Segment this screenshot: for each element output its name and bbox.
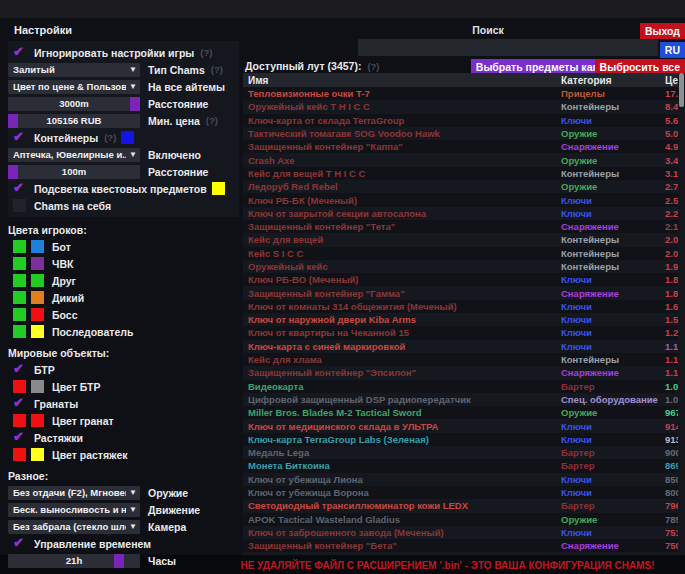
loot-row[interactable]: Защищенный контейнер "Эпсилон"Снаряжение… [243,366,678,379]
loot-row[interactable]: Ключ-карта с синей маркировкойКлючи1.17k… [243,340,678,353]
loot-row[interactable]: Цифровой защищенный DSP радиопередатчикС… [243,393,678,406]
checkbox-checked[interactable] [13,131,26,144]
checkbox-checked[interactable] [13,397,26,410]
checkbox-checked[interactable] [13,182,26,195]
color-swatch[interactable] [13,240,26,253]
item-name: Кейс для хлама [243,354,561,365]
slider-handle[interactable] [8,165,18,179]
color-swatch[interactable] [13,380,26,393]
loot-row[interactable]: Кейс для вещейКонтейнеры2.08kk [243,233,678,246]
color-swatch[interactable] [13,274,26,287]
color-swatch[interactable] [31,257,44,270]
column-header-category[interactable]: Категория [561,75,665,86]
color-swatch[interactable] [31,291,44,304]
loot-row[interactable]: Монета БиткоинаБартер869.6k [243,459,678,472]
slider[interactable]: 100m [8,165,140,179]
loot-row[interactable]: Ключ от наружной двери Kiba ArmsКлючи1.5… [243,313,678,326]
loot-row[interactable]: Ключ от убежища ВоронаКлючи800.0k [243,486,678,499]
slider[interactable]: 3000m [8,97,140,111]
color-swatch[interactable] [31,448,44,461]
loot-row[interactable]: Защищенный контейнер "Каппа"Снаряжение4.… [243,140,678,153]
loot-row[interactable]: Ключ от квартиры на Чеканной 15Ключи1.29… [243,326,678,339]
color-swatch[interactable] [31,414,44,427]
loot-row[interactable]: Ключ от заброшенного завода (Меченый)Клю… [243,526,678,539]
loot-title: Доступный лут (3457):(?) [245,60,380,72]
setting-label: Мин. цена [148,115,200,127]
color-label: Друг [52,275,76,287]
loot-row[interactable]: APOK Tactical Wasteland GladiusОружие785… [243,513,678,526]
loot-row[interactable]: Ключ-карта от склада TerraGroupКлючи5.63… [243,114,678,127]
column-header-name[interactable]: Имя [243,75,561,86]
color-swatch[interactable] [13,325,26,338]
item-price: 913.8k [665,434,678,445]
color-swatch[interactable] [31,325,44,338]
loot-row[interactable]: Защищенный контейнер "Гамма"Снаряжение1.… [243,286,678,299]
checkbox-unchecked[interactable] [13,199,26,212]
loot-row[interactable]: Медаль LegaБартер900.0k [243,446,678,459]
loot-row[interactable]: Crash AxeОружие3.40kk [243,153,678,166]
loot-row[interactable]: Оружейный кейсКонтейнеры1.95kk [243,260,678,273]
language-button[interactable]: RU [660,42,685,58]
color-swatch[interactable] [31,274,44,287]
color-swatch[interactable] [13,291,26,304]
item-price: 914.3k [665,421,678,432]
color-swatch[interactable] [121,131,134,144]
loot-row[interactable]: Оружейный кейс T H I C CКонтейнеры8.40kk [243,100,678,113]
slider[interactable]: 105156 RUB [8,114,140,128]
color-swatch[interactable] [31,380,44,393]
loot-row[interactable]: Защищенный контейнер "Тета"Снаряжение2.1… [243,220,678,233]
loot-row[interactable]: Кейс для вещей T H I C CКонтейнеры3.10kk [243,167,678,180]
loot-row[interactable]: Светодиодный трансиллюминатор кожи LEDXБ… [243,499,678,512]
item-price: 1.10kk [665,367,678,378]
exit-button[interactable]: Выход [640,23,685,39]
item-price: 8.40kk [665,101,678,112]
loot-row[interactable]: ВидеокартаБартер1.06kk [243,380,678,393]
slider-handle[interactable] [114,554,124,568]
loot-row[interactable]: Ключ от убежища ЛионаКлючи850.0k [243,473,678,486]
item-category: Ключи [561,314,665,325]
search-label: Поиск [358,24,618,36]
color-swatch[interactable] [212,182,225,195]
dropdown[interactable]: Аптечка, Ювелирные и...▼ [8,148,140,162]
checkbox-checked[interactable] [13,46,26,59]
loot-row[interactable]: Ключ-карта TerraGroup Labs (Зеленая)Ключ… [243,433,678,446]
loot-row[interactable]: Тактический томагавк SOG Voodoo HawkОруж… [243,127,678,140]
color-swatch[interactable] [31,240,44,253]
loot-row[interactable]: Защищенный контейнер "Бета"Снаряжение750… [243,539,678,552]
loot-row[interactable]: Кейс S I C CКонтейнеры2.05kk [243,247,678,260]
loot-row[interactable]: Тепловизионные очки T-7Прицелы17.33kk [243,87,678,100]
loot-row[interactable]: Ключ от медицинского склада в УЛЬТРАКлюч… [243,419,678,432]
loot-row[interactable]: Ключ РБ-ВО (Меченый)Ключи1.85kk [243,273,678,286]
dropdown[interactable]: Беск. выносливость и нет уста▼ [8,503,140,517]
slider-handle[interactable] [8,114,18,128]
dropdown[interactable]: Залитый▼ [8,63,140,77]
item-price: 2.58kk [665,195,678,206]
color-swatch[interactable] [13,414,26,427]
dropdown[interactable]: Без забрала (стекло шлема)▼ [8,520,140,534]
color-swatch[interactable] [13,448,26,461]
dropdown[interactable]: Цвет по цене & Пользователь▼ [8,80,140,94]
search-input[interactable] [358,39,658,56]
loot-row[interactable]: Ключ от комнаты 314 общежития (Меченый)К… [243,300,678,313]
checkbox-checked[interactable] [13,537,26,550]
slider-handle[interactable] [130,97,140,111]
loot-scrollbar[interactable] [678,73,685,555]
checkbox-checked[interactable] [13,363,26,376]
color-swatch[interactable] [13,257,26,270]
loot-row[interactable]: Miller Bros. Blades M-2 Tactical SwordОр… [243,406,678,419]
slider[interactable]: 21h [8,554,140,568]
checkbox-checked[interactable] [13,431,26,444]
loot-row[interactable]: Ключ РБ-БК (Меченый)Ключи2.58kk [243,193,678,206]
color-swatch[interactable] [31,308,44,321]
item-price: 2.26kk [665,208,678,219]
loot-row[interactable]: Ключ от закрытой секции автосалонаКлючи2… [243,207,678,220]
color-swatch[interactable] [13,308,26,321]
item-price: 2.15kk [665,221,678,232]
loot-row[interactable]: Ледоруб Red RebelОружие2.75kk [243,180,678,193]
loot-row[interactable]: Кейс для хламаКонтейнеры1.11kk [243,353,678,366]
column-header-price[interactable]: Цена [665,75,678,86]
loot-row[interactable] [243,552,678,555]
dropdown[interactable]: Без отдачи (F2), Мгновенное п▼ [8,486,140,500]
scrollbar-thumb[interactable] [679,73,684,107]
item-price: 2.05kk [665,248,678,259]
